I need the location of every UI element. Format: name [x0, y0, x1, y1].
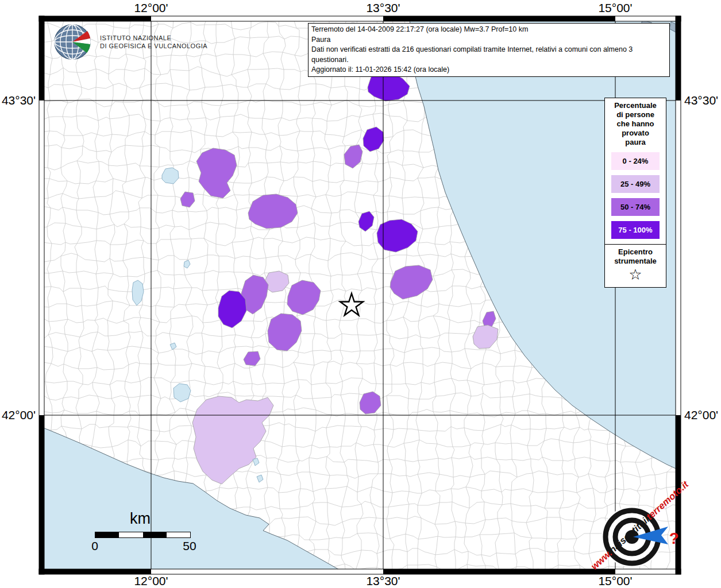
event-title: Terremoto del 14-04-2009 22:17:27 (ora l… — [311, 25, 666, 35]
legend-title: Percentuale di persone che hanno provato… — [607, 101, 664, 147]
legend-label-0-24: 0 - 24% — [623, 157, 649, 165]
scale-start-label: 0 — [91, 539, 98, 553]
scale-unit-label: km — [130, 510, 151, 528]
map-frame — [39, 415, 44, 574]
epicenter-star-icon: ☆ — [607, 266, 664, 283]
legend-swatch-75-100: 75 - 100% — [611, 221, 660, 239]
map-frame — [676, 16, 681, 100]
ingv-logo-text: ISTITUTO NAZIONALE DI GEOFISICA E VULCAN… — [100, 34, 207, 50]
lat-label-right-4330: 43°30' — [684, 94, 718, 107]
ingv-logo-line2: DI GEOFISICA E VULCANOLOGIA — [100, 42, 207, 50]
legend-divider — [605, 244, 666, 245]
legend-swatch-25-49: 25 - 49% — [611, 175, 660, 193]
ingv-globe-icon — [53, 23, 94, 61]
legend-swatch-0-24: 0 - 24% — [611, 152, 660, 170]
event-updated: Aggiornato il: 11-01-2026 15:42 (ora loc… — [311, 65, 666, 75]
event-info-box: Terremoto del 14-04-2009 22:17:27 (ora l… — [308, 23, 670, 77]
legend-label-25-49: 25 - 49% — [620, 180, 650, 188]
legend-epicenter-title: Epicentro strumentale — [607, 247, 664, 266]
legend: Percentuale di persone che hanno provato… — [604, 98, 666, 288]
lon-label-top-1330: 13°30' — [366, 1, 400, 15]
scale-bar-graphic — [95, 532, 191, 538]
map-frame — [39, 569, 151, 574]
scale-end-label: 50 — [183, 539, 196, 553]
map-frame — [383, 16, 615, 21]
ingv-logo: ISTITUTO NAZIONALE DI GEOFISICA E VULCAN… — [53, 23, 207, 61]
lat-label-left-42: 42°00' — [0, 408, 36, 422]
lon-label-bottom-1330: 13°30' — [366, 574, 400, 588]
scale-bar: km 0 50 — [92, 510, 195, 556]
legend-label-50-74: 50 - 74% — [620, 203, 650, 211]
haisentito-watermark[interactable]: ? www.haisentitoilterremoto.it — [577, 484, 692, 586]
lon-label-bottom-12: 12°00' — [134, 574, 168, 588]
watermark-question-icon: ? — [669, 530, 679, 547]
map-frame — [39, 16, 151, 21]
lon-label-top-15: 15°00' — [598, 1, 632, 15]
earthquake-map-page: ISTITUTO NAZIONALE DI GEOFISICA E VULCAN… — [0, 0, 721, 588]
legend-swatch-50-74: 50 - 74% — [611, 198, 660, 216]
event-data-note: Dati non verificati estratti da 216 ques… — [311, 45, 666, 65]
legend-label-75-100: 75 - 100% — [618, 226, 652, 234]
lat-label-right-42: 42°00' — [684, 408, 718, 422]
lon-label-top-12: 12°00' — [134, 1, 168, 15]
watermark-url-red: terremoto.it — [644, 478, 691, 522]
event-map-type: Paura — [311, 35, 666, 45]
ingv-logo-line1: ISTITUTO NAZIONALE — [100, 34, 207, 42]
lat-label-left-4330: 43°30' — [0, 94, 36, 107]
map-frame — [39, 16, 44, 100]
